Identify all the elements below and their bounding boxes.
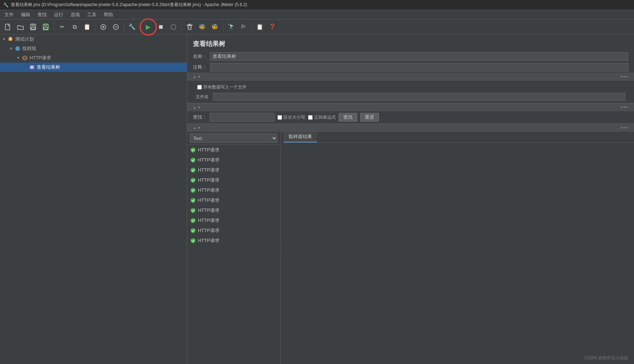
result-tab-bar: 取样器结果 — [284, 132, 634, 143]
search-row: 查找： 区分大小写 正则表达式 查找 重置 — [187, 111, 634, 124]
section-arrows-1[interactable]: ▲▼ — [193, 75, 201, 79]
regex-label[interactable]: 正则表达式 — [308, 114, 336, 120]
http-list-item[interactable]: HTTP请求 — [187, 215, 280, 226]
file-section: 所有数据写入一个文件 文件名 — [187, 81, 634, 103]
success-icon — [190, 147, 196, 153]
menu-item-编辑[interactable]: 编辑 — [18, 11, 33, 19]
name-input[interactable] — [210, 52, 628, 61]
http-list-item[interactable]: HTTP请求 — [187, 205, 280, 215]
http-item-label: HTTP请求 — [198, 147, 219, 153]
remove-button[interactable] — [110, 21, 122, 33]
http-list-item[interactable]: HTTP请求 — [187, 236, 280, 246]
http-item-label: HTTP请求 — [198, 197, 219, 204]
find-button[interactable]: 查找 — [339, 113, 357, 122]
copy-button[interactable]: ⧉ — [69, 21, 80, 33]
http-request-icon — [22, 55, 28, 61]
remote-start-button[interactable]: 🐝 — [196, 21, 208, 33]
help-button[interactable]: ❓ — [267, 21, 278, 33]
tree-item-test-plan[interactable]: ▼ 测试计划 — [0, 35, 187, 44]
resize-handle[interactable]: ⋮ — [281, 132, 284, 364]
comment-input[interactable] — [210, 63, 628, 72]
case-sensitive-checkbox[interactable] — [277, 115, 282, 120]
http-list-item[interactable]: HTTP请求 — [187, 165, 280, 175]
success-icon — [190, 177, 196, 183]
case-sensitive-text: 区分大小写 — [284, 114, 305, 120]
section-arrows-3[interactable]: ▲▼ — [193, 126, 201, 130]
tab-sampler-result[interactable]: 取样器结果 — [284, 132, 317, 142]
search-button[interactable]: 🔭 — [225, 21, 237, 33]
search-input[interactable] — [210, 113, 275, 122]
separator-7 — [252, 23, 252, 31]
settings-button[interactable]: 🔧 — [126, 21, 138, 33]
tree-item-thread-group[interactable]: ▼ 线程组 — [0, 44, 187, 53]
add-button[interactable] — [98, 21, 109, 33]
http-list-item[interactable]: HTTP请求 — [187, 145, 280, 155]
separator-2 — [95, 23, 95, 31]
success-icon — [190, 197, 196, 203]
http-item-label: HTTP请求 — [198, 217, 219, 224]
save-button[interactable] — [40, 21, 51, 33]
http-request-list: HTTP请求 HTTP请求 HTTP请求 HTTP请求 HTTP请求 HTTP请… — [187, 145, 280, 364]
play-wrapper: ▶ — [142, 21, 154, 33]
tree-item-view-results[interactable]: ▶ 查看结果树 — [0, 63, 187, 72]
http-list-item[interactable]: HTTP请求 — [187, 155, 280, 165]
menu-item-运行[interactable]: 运行 — [51, 11, 66, 19]
pause-button[interactable] — [168, 21, 179, 33]
new-button[interactable] — [2, 21, 14, 33]
name-label: 名称： — [193, 53, 210, 60]
svg-rect-0 — [5, 24, 10, 30]
menu-item-帮助[interactable]: 帮助 — [101, 11, 116, 19]
all-data-row: 所有数据写入一个文件 — [193, 82, 628, 92]
stop-button[interactable] — [155, 21, 167, 33]
svg-rect-12 — [159, 25, 163, 29]
section-bar-1: ▲▼ ••• — [187, 73, 634, 81]
menu-bar: 文件编辑查找运行选项工具帮助 — [0, 10, 634, 19]
results-area: TextRegExp TesterCSS/JQuery TesterXPath … — [187, 132, 634, 364]
more-dots-2: ••• — [621, 104, 628, 110]
regex-checkbox[interactable] — [308, 115, 313, 120]
menu-item-文件[interactable]: 文件 — [1, 11, 17, 19]
flag-button[interactable]: 🏳 — [238, 21, 249, 33]
comment-label: 注释： — [193, 64, 210, 70]
section-bar-3: ▲▼ ••• — [187, 124, 634, 132]
all-data-checkbox[interactable] — [197, 85, 202, 90]
menu-item-工具[interactable]: 工具 — [84, 11, 99, 19]
section-arrows-2[interactable]: ▲▼ — [193, 105, 201, 109]
tree-arrow-thread-group: ▼ — [9, 46, 14, 51]
tree-arrow-http: ▼ — [16, 55, 21, 60]
success-icon — [190, 238, 196, 244]
separator-4 — [140, 23, 140, 31]
open-button[interactable] — [15, 21, 26, 33]
search-label: 查找： — [193, 114, 207, 120]
list-button[interactable]: 📋 — [254, 21, 266, 33]
remote-stop-button[interactable]: 🐝 — [209, 21, 221, 33]
title-bar-text: 查看结果树.jmx (D:\ProgramSoftware\apache-jme… — [11, 2, 247, 8]
http-item-label: HTTP请求 — [198, 227, 219, 234]
view-results-label: 查看结果树 — [37, 64, 60, 70]
test-plan-label: 测试计划 — [15, 36, 34, 42]
clear-all-button[interactable] — [184, 21, 195, 33]
reset-button[interactable]: 重置 — [360, 113, 379, 122]
http-list-item[interactable]: HTTP请求 — [187, 185, 280, 195]
http-list-item[interactable]: HTTP请求 — [187, 175, 280, 185]
menu-item-查找[interactable]: 查找 — [35, 11, 50, 19]
view-results-icon — [29, 64, 35, 70]
http-list-item[interactable]: HTTP请求 — [187, 195, 280, 205]
cut-button[interactable]: ✂ — [56, 21, 68, 33]
success-icon — [190, 218, 196, 223]
regex-text: 正则表达式 — [314, 114, 336, 120]
http-item-label: HTTP请求 — [198, 167, 219, 173]
left-panel: ▼ 测试计划 ▼ 线程组 ▼ HTTP请求 ▶ — [0, 35, 187, 364]
success-icon — [190, 228, 196, 233]
tree-item-http-request[interactable]: ▼ HTTP请求 — [0, 53, 187, 63]
all-data-checkbox-label[interactable]: 所有数据写入一个文件 — [194, 84, 246, 90]
file-name-input[interactable] — [213, 93, 625, 101]
menu-item-选项[interactable]: 选项 — [68, 11, 83, 19]
more-dots-1: ••• — [621, 74, 628, 79]
play-button[interactable]: ▶ — [142, 21, 154, 33]
save-template-button[interactable] — [27, 21, 39, 33]
paste-button[interactable]: 📋 — [81, 21, 93, 33]
case-sensitive-label[interactable]: 区分大小写 — [277, 114, 305, 120]
view-type-select[interactable]: TextRegExp TesterCSS/JQuery TesterXPath … — [190, 133, 277, 143]
http-list-item[interactable]: HTTP请求 — [187, 226, 280, 236]
